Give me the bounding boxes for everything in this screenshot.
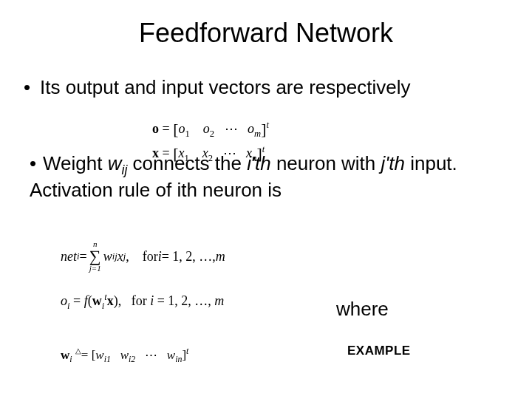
bullet-2-prefix: Weight (43, 152, 108, 174)
sigma-icon: n ∑ j=1 (89, 240, 101, 273)
eq-t-sup-3: t (186, 346, 188, 356)
eq-equals-2: = (159, 146, 173, 160)
eq-for-2: for (132, 293, 151, 308)
eq-t-sup: t (267, 120, 270, 130)
triangle-icon: △ (75, 347, 81, 355)
eq-w2: w (120, 348, 129, 362)
eq-dots-2: ⋯ (223, 146, 236, 160)
eq-w1: w (95, 348, 103, 362)
eq-x: x (117, 249, 123, 265)
eq-for: for (143, 249, 158, 265)
eq-o1-sub: 1 (185, 129, 189, 139)
equation-output-input-vectors: o = [o1 o2 ⋯ om]t x = [x1 x2 ⋯ xn]t (152, 117, 269, 166)
eq-rbracket: ] (261, 120, 266, 138)
slide-title: Feedforward Network (0, 18, 532, 49)
eq-range: = 1, 2, …, (162, 249, 216, 265)
equation-output-activation: oi = f(witx), for i = 1, 2, …, m (61, 292, 224, 312)
bullet-1-text: Its output and input vectors are respect… (40, 76, 411, 98)
eq-x1-sub: 1 (184, 153, 188, 163)
eq-equals-5: = (81, 348, 92, 362)
eq-w-sub-3: i (69, 354, 72, 364)
eq-dots-3: ⋯ (145, 348, 157, 362)
eq-x-bold-2: x (107, 293, 114, 308)
eq-x2-sub: 2 (208, 153, 213, 163)
example-label: EXAMPLE (347, 344, 411, 358)
bullet-2-w: w (108, 152, 122, 174)
sigma-bot: j=1 (89, 265, 101, 273)
eq-m: m (216, 249, 225, 265)
eq-t-sup-2: t (262, 144, 265, 154)
eq-w-bold-2: w (61, 348, 69, 362)
eq-wn: w (167, 348, 175, 362)
bullet-dot-2: • (30, 151, 43, 176)
eq-w2-sub: i2 (129, 354, 135, 364)
eq-rp: ), (114, 293, 122, 308)
bullet-2-mid2: neuron with (271, 152, 381, 174)
eq-w: w (103, 249, 112, 265)
bullet-2: •Weight wij connects the i'th neuron wit… (30, 151, 510, 203)
eq-w1-sub: i1 (104, 354, 111, 364)
eq-net: net (61, 249, 77, 265)
eq-rbracket-2: ] (256, 144, 262, 163)
eq-x-bold: x (152, 146, 159, 160)
eq-m-2: m (214, 293, 224, 308)
eq-comma: , (126, 249, 129, 265)
eq-o: o (61, 293, 67, 308)
bullet-1: •Its output and input vectors are respec… (24, 75, 502, 100)
eq-wn-sub: in (175, 354, 182, 364)
eq-o2: o (203, 121, 210, 136)
eq-equals: = (159, 121, 173, 136)
bullet-dot: • (24, 75, 40, 100)
eq-om-sub: m (254, 129, 261, 139)
sigma-symbol: ∑ (89, 248, 101, 265)
bullet-2-jth: j'th (381, 152, 405, 174)
eq-equals-4: = (70, 293, 84, 308)
eq-xn: x (246, 146, 252, 160)
eq-o-bold: o (152, 121, 159, 136)
equation-net-sum: neti = n ∑ j=1 wijxj, for i = 1, 2, …, m (61, 240, 341, 273)
equation-weight-vector: wi △= [wi1 wi2 ⋯ win]t (61, 346, 188, 365)
eq-om: o (248, 121, 254, 136)
where-label: where (336, 298, 389, 321)
eq-w-bold: w (92, 293, 102, 308)
eq-dots: ⋯ (225, 121, 238, 136)
eq-range-2: = 1, 2, …, (154, 293, 214, 308)
eq-x2: x (202, 146, 208, 160)
eq-o2-sub: 2 (210, 129, 214, 139)
eq-equals-3: = (80, 249, 87, 265)
eq-w-sub: ij (112, 251, 117, 262)
